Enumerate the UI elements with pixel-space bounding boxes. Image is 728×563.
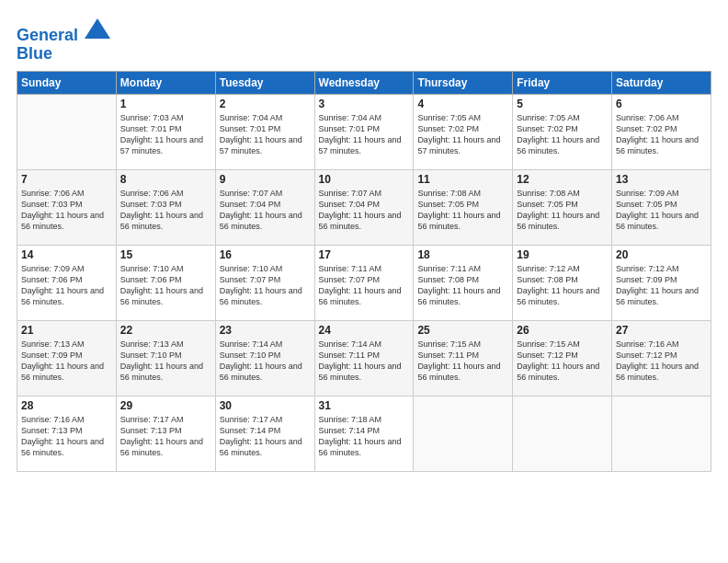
day-number: 8 (120, 173, 211, 186)
day-number: 14 (21, 248, 112, 261)
day-number: 20 (616, 248, 707, 261)
calendar-cell: 11 Sunrise: 7:08 AMSunset: 7:05 PMDaylig… (414, 169, 513, 245)
calendar-cell (513, 396, 612, 471)
day-number: 25 (417, 324, 508, 337)
col-header-saturday: Saturday (612, 71, 711, 94)
day-info: Sunrise: 7:16 AMSunset: 7:12 PMDaylight:… (616, 339, 707, 384)
day-number: 7 (21, 173, 112, 186)
day-info: Sunrise: 7:14 AMSunset: 7:11 PMDaylight:… (319, 339, 410, 384)
calendar-cell (17, 94, 117, 169)
calendar-cell (414, 396, 513, 471)
col-header-monday: Monday (116, 71, 215, 94)
calendar-cell: 14 Sunrise: 7:09 AMSunset: 7:06 PMDaylig… (17, 245, 117, 320)
calendar-cell: 30 Sunrise: 7:17 AMSunset: 7:14 PMDaylig… (215, 396, 314, 471)
logo-icon (85, 18, 110, 39)
week-row-4: 21 Sunrise: 7:13 AMSunset: 7:09 PMDaylig… (17, 320, 711, 396)
calendar-cell: 19 Sunrise: 7:12 AMSunset: 7:08 PMDaylig… (513, 245, 612, 320)
day-info: Sunrise: 7:08 AMSunset: 7:05 PMDaylight:… (417, 188, 508, 233)
calendar-header-row: SundayMondayTuesdayWednesdayThursdayFrid… (17, 71, 711, 94)
day-info: Sunrise: 7:17 AMSunset: 7:14 PMDaylight:… (220, 414, 311, 459)
day-number: 31 (319, 399, 410, 412)
page-header: General Blue (17, 17, 711, 63)
day-info: Sunrise: 7:08 AMSunset: 7:05 PMDaylight:… (517, 188, 608, 233)
day-number: 19 (517, 248, 608, 261)
calendar-cell: 1 Sunrise: 7:03 AMSunset: 7:01 PMDayligh… (116, 94, 215, 169)
day-number: 24 (319, 324, 410, 337)
calendar-cell: 21 Sunrise: 7:13 AMSunset: 7:09 PMDaylig… (17, 320, 117, 396)
day-number: 5 (517, 98, 608, 110)
calendar-cell: 6 Sunrise: 7:06 AMSunset: 7:02 PMDayligh… (612, 94, 711, 169)
day-number: 26 (517, 324, 608, 337)
day-info: Sunrise: 7:10 AMSunset: 7:07 PMDaylight:… (220, 263, 311, 308)
day-number: 9 (220, 173, 311, 186)
col-header-tuesday: Tuesday (215, 71, 314, 94)
calendar-cell: 31 Sunrise: 7:18 AMSunset: 7:14 PMDaylig… (314, 396, 414, 471)
day-info: Sunrise: 7:06 AMSunset: 7:03 PMDaylight:… (21, 188, 112, 233)
day-number: 11 (417, 173, 508, 186)
day-number: 22 (120, 324, 211, 337)
day-info: Sunrise: 7:18 AMSunset: 7:14 PMDaylight:… (319, 414, 410, 459)
day-info: Sunrise: 7:04 AMSunset: 7:01 PMDaylight:… (319, 112, 410, 157)
col-header-thursday: Thursday (414, 71, 513, 94)
day-info: Sunrise: 7:05 AMSunset: 7:02 PMDaylight:… (417, 112, 508, 157)
calendar-cell: 3 Sunrise: 7:04 AMSunset: 7:01 PMDayligh… (314, 94, 414, 169)
week-row-3: 14 Sunrise: 7:09 AMSunset: 7:06 PMDaylig… (17, 245, 711, 320)
col-header-wednesday: Wednesday (314, 71, 414, 94)
calendar-cell: 24 Sunrise: 7:14 AMSunset: 7:11 PMDaylig… (314, 320, 414, 396)
day-number: 21 (21, 324, 112, 337)
calendar-cell: 2 Sunrise: 7:04 AMSunset: 7:01 PMDayligh… (215, 94, 314, 169)
calendar-cell: 27 Sunrise: 7:16 AMSunset: 7:12 PMDaylig… (612, 320, 711, 396)
day-number: 23 (220, 324, 311, 337)
calendar-cell: 22 Sunrise: 7:13 AMSunset: 7:10 PMDaylig… (116, 320, 215, 396)
day-info: Sunrise: 7:09 AMSunset: 7:05 PMDaylight:… (616, 188, 707, 233)
calendar-cell: 13 Sunrise: 7:09 AMSunset: 7:05 PMDaylig… (612, 169, 711, 245)
calendar-cell (612, 396, 711, 471)
col-header-sunday: Sunday (17, 71, 117, 94)
day-info: Sunrise: 7:06 AMSunset: 7:02 PMDaylight:… (616, 112, 707, 157)
calendar-cell: 23 Sunrise: 7:14 AMSunset: 7:10 PMDaylig… (215, 320, 314, 396)
calendar-cell: 8 Sunrise: 7:06 AMSunset: 7:03 PMDayligh… (116, 169, 215, 245)
page-container: General Blue SundayMondayTuesdayWednesda… (0, 0, 728, 481)
day-number: 28 (21, 399, 112, 412)
day-info: Sunrise: 7:17 AMSunset: 7:13 PMDaylight:… (120, 414, 211, 459)
day-info: Sunrise: 7:12 AMSunset: 7:08 PMDaylight:… (517, 263, 608, 308)
calendar-table: SundayMondayTuesdayWednesdayThursdayFrid… (17, 71, 711, 472)
day-info: Sunrise: 7:05 AMSunset: 7:02 PMDaylight:… (517, 112, 608, 157)
day-number: 10 (319, 173, 410, 186)
day-number: 2 (220, 98, 311, 110)
calendar-cell: 20 Sunrise: 7:12 AMSunset: 7:09 PMDaylig… (612, 245, 711, 320)
day-info: Sunrise: 7:09 AMSunset: 7:06 PMDaylight:… (21, 263, 112, 308)
day-number: 13 (616, 173, 707, 186)
day-number: 27 (616, 324, 707, 337)
day-number: 12 (517, 173, 608, 186)
calendar-cell: 16 Sunrise: 7:10 AMSunset: 7:07 PMDaylig… (215, 245, 314, 320)
day-number: 29 (120, 399, 211, 412)
day-number: 6 (616, 98, 707, 110)
calendar-cell: 18 Sunrise: 7:11 AMSunset: 7:08 PMDaylig… (414, 245, 513, 320)
day-number: 3 (319, 98, 410, 110)
day-info: Sunrise: 7:13 AMSunset: 7:09 PMDaylight:… (21, 339, 112, 384)
day-info: Sunrise: 7:10 AMSunset: 7:06 PMDaylight:… (120, 263, 211, 308)
calendar-cell: 28 Sunrise: 7:16 AMSunset: 7:13 PMDaylig… (17, 396, 117, 471)
week-row-5: 28 Sunrise: 7:16 AMSunset: 7:13 PMDaylig… (17, 396, 711, 471)
day-number: 17 (319, 248, 410, 261)
day-number: 1 (120, 98, 211, 110)
day-info: Sunrise: 7:07 AMSunset: 7:04 PMDaylight:… (319, 188, 410, 233)
calendar-cell: 4 Sunrise: 7:05 AMSunset: 7:02 PMDayligh… (414, 94, 513, 169)
calendar-cell: 25 Sunrise: 7:15 AMSunset: 7:11 PMDaylig… (414, 320, 513, 396)
calendar-cell: 7 Sunrise: 7:06 AMSunset: 7:03 PMDayligh… (17, 169, 117, 245)
day-number: 15 (120, 248, 211, 261)
logo: General Blue (17, 20, 110, 63)
day-info: Sunrise: 7:03 AMSunset: 7:01 PMDaylight:… (120, 112, 211, 157)
day-info: Sunrise: 7:15 AMSunset: 7:12 PMDaylight:… (517, 339, 608, 384)
calendar-cell: 17 Sunrise: 7:11 AMSunset: 7:07 PMDaylig… (314, 245, 414, 320)
day-number: 16 (220, 248, 311, 261)
week-row-1: 1 Sunrise: 7:03 AMSunset: 7:01 PMDayligh… (17, 94, 711, 169)
calendar-cell: 26 Sunrise: 7:15 AMSunset: 7:12 PMDaylig… (513, 320, 612, 396)
day-info: Sunrise: 7:04 AMSunset: 7:01 PMDaylight:… (220, 112, 311, 157)
calendar-cell: 5 Sunrise: 7:05 AMSunset: 7:02 PMDayligh… (513, 94, 612, 169)
day-info: Sunrise: 7:06 AMSunset: 7:03 PMDaylight:… (120, 188, 211, 233)
day-info: Sunrise: 7:11 AMSunset: 7:07 PMDaylight:… (319, 263, 410, 308)
week-row-2: 7 Sunrise: 7:06 AMSunset: 7:03 PMDayligh… (17, 169, 711, 245)
calendar-cell: 10 Sunrise: 7:07 AMSunset: 7:04 PMDaylig… (314, 169, 414, 245)
